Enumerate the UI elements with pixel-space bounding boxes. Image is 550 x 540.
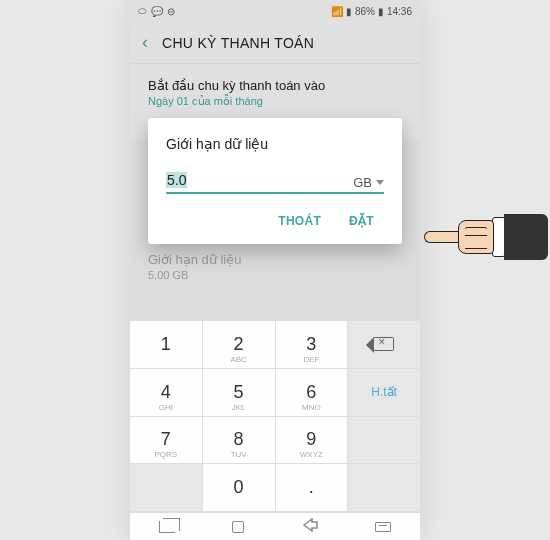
key-8[interactable]: 8TUV xyxy=(203,417,276,465)
key-3[interactable]: 3DEF xyxy=(276,321,349,369)
tutorial-hand-icon xyxy=(424,214,548,260)
nav-home[interactable] xyxy=(232,521,244,533)
key-6[interactable]: 6MNO xyxy=(276,369,349,417)
nav-back[interactable] xyxy=(302,518,318,536)
chevron-down-icon xyxy=(376,180,384,185)
key-backspace[interactable] xyxy=(348,321,420,369)
key-done[interactable]: H.tất xyxy=(348,369,420,417)
key-empty xyxy=(348,464,420,512)
key-1[interactable]: 1 xyxy=(130,321,203,369)
key-dot[interactable]: . xyxy=(276,464,349,512)
key-5[interactable]: 5JKL xyxy=(203,369,276,417)
confirm-button[interactable]: ĐẶT xyxy=(339,206,384,236)
key-7[interactable]: 7PQRS xyxy=(130,417,203,465)
key-2[interactable]: 2ABC xyxy=(203,321,276,369)
navigation-bar xyxy=(130,512,420,540)
data-limit-dialog: Giới hạn dữ liệu 5.0 GB THOÁT ĐẶT xyxy=(148,118,402,244)
cancel-button[interactable]: THOÁT xyxy=(268,206,331,236)
nav-recents[interactable] xyxy=(159,521,175,533)
key-0[interactable]: 0 xyxy=(203,464,276,512)
key-empty xyxy=(348,417,420,465)
setting-title: Giới hạn dữ liệu xyxy=(148,252,402,267)
unit-dropdown[interactable]: GB xyxy=(353,175,384,190)
key-4[interactable]: 4GHI xyxy=(130,369,203,417)
setting-subtitle: 5,00 GB xyxy=(148,269,402,281)
key-empty xyxy=(130,464,203,512)
numeric-keypad: 1 2ABC 3DEF 4GHI 5JKL 6MNO H.tất 7PQRS 8… xyxy=(130,320,420,512)
backspace-icon xyxy=(374,337,394,351)
key-9[interactable]: 9WXYZ xyxy=(276,417,349,465)
phone-screen: ⬭ 💬 ⊖ 📶 ▮ 86% ▮ 14:36 ‹ CHU KỲ THANH TOÁ… xyxy=(130,0,420,540)
limit-input[interactable]: 5.0 xyxy=(166,170,343,190)
dialog-title: Giới hạn dữ liệu xyxy=(166,136,384,152)
nav-keyboard-hide[interactable] xyxy=(375,522,391,532)
setting-data-limit: Giới hạn dữ liệu 5,00 GB xyxy=(148,252,402,281)
unit-label: GB xyxy=(353,175,372,190)
